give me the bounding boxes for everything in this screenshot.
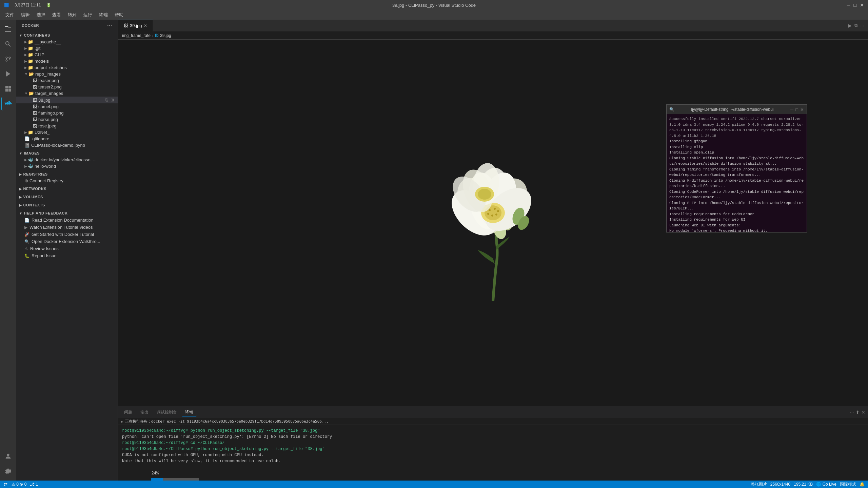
terminal-close-icon[interactable]: ✕	[862, 410, 865, 415]
minimize-icon[interactable]: ─	[847, 2, 850, 8]
float-terminal-line: Cloning Stable Diffusion into /home/ljy/…	[669, 156, 804, 167]
tree-pycache[interactable]: ▶ 📁 __pycache__	[16, 39, 118, 45]
menu-run[interactable]: 运行	[81, 11, 95, 19]
play-icon[interactable]: ▶	[848, 23, 852, 28]
volumes-label: VOLUMES	[23, 195, 43, 199]
float-term-title: ljy@ljy-Default-string: ~/stable-diffusi…	[691, 107, 773, 112]
float-close-icon[interactable]: ✕	[800, 107, 804, 112]
help-get-started[interactable]: 🚀 Get Started with Docker Tutorial	[16, 231, 118, 238]
tab-problems[interactable]: 问题	[121, 408, 136, 416]
activity-account[interactable]	[1, 449, 15, 463]
breadcrumb-current[interactable]: 39.jpg	[160, 33, 171, 38]
breadcrumb-sep: ›	[152, 33, 153, 38]
tab-debug-console[interactable]: 调试控制台	[153, 408, 180, 416]
help-report-issue[interactable]: 🐛 Report Issue	[16, 252, 118, 259]
chevron-icon: ▶	[24, 66, 27, 69]
menu-terminal[interactable]: 终端	[96, 11, 111, 19]
copy-icon[interactable]: ⎘	[104, 97, 109, 103]
containers-header[interactable]: ▼ CONTAINERS	[16, 32, 118, 39]
tree-connect-registry[interactable]: ⊕ Connect Registry...	[16, 178, 118, 184]
terminal-tabs: 问题 输出 调试控制台 终端 ··· ⬆ ✕	[118, 406, 868, 418]
help-review-issues[interactable]: ⚠ Review Issues	[16, 245, 118, 252]
open-icon[interactable]: ⊞	[110, 97, 115, 103]
tree-u2net[interactable]: ▶ 📁 U2Net_	[16, 129, 118, 136]
tree-camel[interactable]: 🖼 camel.png	[16, 103, 118, 110]
top-bar: 🟦 3月27日 11:11 🔋 39.jpg - CLIPasso_py - V…	[0, 0, 868, 10]
help-watch-videos[interactable]: ▶ Watch Extension Tutorial Videos	[16, 224, 118, 231]
more-actions-icon[interactable]: ···	[860, 23, 864, 28]
status-git[interactable]	[3, 482, 8, 487]
status-image-info[interactable]: 整张图片	[751, 482, 767, 487]
editor-toolbar: ▶ ⧉ ···	[153, 23, 868, 28]
activity-docker[interactable]	[1, 97, 15, 110]
registries-header[interactable]: ▶ REGISTRIES	[16, 171, 118, 178]
tree-hello-world[interactable]: ▶ 🐳 hello-world	[16, 163, 118, 169]
status-filesize[interactable]: 195.21 KB	[794, 482, 813, 487]
menu-view[interactable]: 查看	[50, 11, 64, 19]
tree-gitignore[interactable]: 📄 .gitignore	[16, 136, 118, 142]
float-maximize-icon[interactable]: □	[795, 107, 798, 112]
status-locale[interactable]: 国际模式	[840, 482, 856, 487]
status-errors[interactable]: ⚠ 0 ⊗ 0	[12, 482, 26, 487]
tree-models[interactable]: ▶ 📁 models	[16, 58, 118, 64]
activity-extensions[interactable]	[1, 82, 15, 96]
activity-search[interactable]	[1, 37, 15, 51]
tree-flamingo[interactable]: 🖼 flamingo.png	[16, 110, 118, 116]
menu-help[interactable]: 帮助	[112, 11, 126, 19]
tree-38jpg[interactable]: 🖼 38.jpg ⎘ ⊞	[16, 97, 118, 103]
images-header[interactable]: ▼ IMAGES	[16, 150, 118, 157]
tab-output[interactable]: 输出	[137, 408, 152, 416]
close-icon[interactable]: ✕	[860, 2, 864, 8]
status-resolution[interactable]: 868x488	[770, 482, 790, 487]
tree-clipasso-image[interactable]: ▶ 🐳 docker.io/yaelvinker/clipasso_...	[16, 157, 118, 163]
tab-terminal[interactable]: 终端	[182, 408, 197, 416]
tree-clip[interactable]: ▶ 📁 CLIP_	[16, 52, 118, 58]
tree-repo-images[interactable]: ▼ 📂 repo_images	[16, 71, 118, 77]
help-header[interactable]: ▼ HELP AND FEEDBACK	[16, 210, 118, 217]
networks-header[interactable]: ▶ NETWORKS	[16, 185, 118, 192]
tree-git[interactable]: ▶ 📁 .git	[16, 45, 118, 52]
tab-39jpg[interactable]: 🖼 39.jpg ✕	[118, 20, 153, 32]
contexts-label: CONTEXTS	[23, 203, 45, 207]
menu-file[interactable]: 文件	[3, 11, 17, 19]
rocket-icon: 🚀	[24, 232, 29, 237]
activity-explorer[interactable]	[1, 22, 15, 36]
sidebar-more-icon[interactable]: ···	[107, 22, 112, 28]
terminal-maximize-icon[interactable]: ⬆	[856, 410, 860, 415]
volumes-header[interactable]: ▶ VOLUMES	[16, 194, 118, 200]
status-notification[interactable]: 🔔	[860, 482, 865, 487]
float-minimize-icon[interactable]: ─	[790, 107, 793, 112]
maximize-icon[interactable]: □	[854, 2, 856, 8]
terminal-more-icon[interactable]: ···	[850, 410, 854, 415]
search-icon[interactable]: 🔍	[669, 107, 674, 112]
help-label: HELP AND FEEDBACK	[24, 211, 67, 215]
terminal-line: root@91193b4c6a4c:~/diffvg# cd ~/CLIPass…	[122, 440, 864, 446]
image-file-icon: 🖼	[33, 104, 37, 109]
activity-settings[interactable]	[1, 464, 15, 478]
contexts-header[interactable]: ▶ CONTEXTS	[16, 202, 118, 208]
menu-goto[interactable]: 转到	[65, 11, 79, 19]
tree-teaser2[interactable]: 🖼 teaser2.png	[16, 84, 118, 90]
status-go-live[interactable]: 🌐 Go Live	[816, 482, 836, 487]
svg-rect-10	[8, 101, 10, 102]
menu-edit[interactable]: 编辑	[18, 11, 33, 19]
task-indicator: ●	[121, 420, 123, 424]
tree-horse[interactable]: 🖼 horse.png	[16, 116, 118, 123]
split-editor-icon[interactable]: ⧉	[854, 23, 857, 28]
help-read-docs[interactable]: 📄 Read Extension Documentation	[16, 217, 118, 224]
activity-run[interactable]	[1, 67, 15, 81]
status-branch[interactable]: ⎇ 1	[30, 482, 38, 487]
breadcrumb-parent[interactable]: img_frame_rate	[122, 33, 151, 38]
tree-clipasso-demo[interactable]: 📓 CLIPasso-local-demo.ipynb	[16, 142, 118, 148]
help-walkthrough[interactable]: 🔍 Open Docker Extension Walkthro...	[16, 238, 118, 245]
menu-select[interactable]: 选择	[34, 11, 48, 19]
float-terminal-line: Cloning Taming Transformers into /home/l…	[669, 167, 804, 178]
svg-rect-2	[8, 86, 11, 88]
tab-close-icon[interactable]: ✕	[144, 23, 147, 28]
tree-rose[interactable]: 🖼 rose.jpeg	[16, 123, 118, 129]
activity-bar	[0, 20, 16, 481]
activity-source-control[interactable]	[1, 52, 15, 66]
tree-teaser[interactable]: 🖼 teaser.png	[16, 77, 118, 84]
tree-target-images[interactable]: ▼ 📂 target_images	[16, 90, 118, 97]
tree-output-sketches[interactable]: ▶ 📁 output_sketches	[16, 64, 118, 71]
